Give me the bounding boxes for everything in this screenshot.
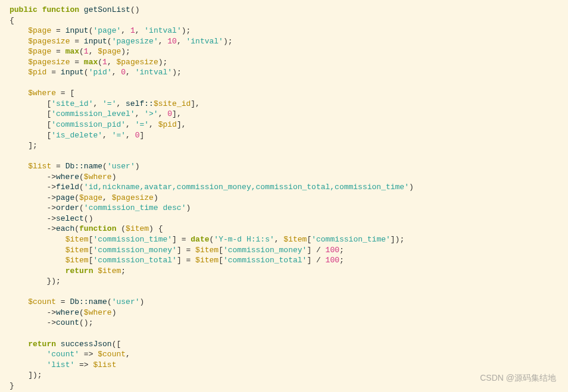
code-block: public function getSonList() { $page = i… — [10, 5, 558, 391]
code-line: ->count(); — [10, 318, 558, 328]
code-line: ->select() — [10, 214, 558, 224]
code-line: $list = Db::name('user') — [10, 161, 558, 172]
code-line: ]; — [10, 140, 558, 151]
code-line: $where = [ — [10, 88, 558, 99]
code-line: { — [10, 15, 558, 26]
code-line: $count = Db::name('user') — [10, 297, 558, 308]
code-line: $item['commission_time'] = date('Y-m-d H… — [10, 234, 558, 245]
code-line: $item['commission_total'] = $item['commi… — [10, 255, 558, 266]
code-line: ->where($where) — [10, 172, 558, 183]
code-line: ->order('commission_time desc') — [10, 203, 558, 214]
code-line: 'list' => $list — [10, 360, 558, 371]
code-line — [10, 287, 558, 297]
code-line — [10, 78, 558, 89]
code-line: ['commission_level', '>', 0], — [10, 109, 558, 120]
code-line: $pagesize = input('pagesize', 10, 'intva… — [10, 36, 558, 47]
code-line — [10, 328, 558, 339]
code-line: return successJson([ — [10, 339, 558, 350]
code-line: ['site_id', '=', self::$site_id], — [10, 99, 558, 109]
code-line: ->each(function ($item) { — [10, 224, 558, 234]
code-line: ]); — [10, 370, 558, 381]
code-line: $page = max(1, $page); — [10, 46, 558, 57]
code-line: ->page($page, $pagesize) — [10, 193, 558, 203]
code-line: $pid = input('pid', 0, 'intval'); — [10, 67, 558, 78]
code-line: $pagesize = max(1, $pagesize); — [10, 57, 558, 68]
code-line: } — [10, 381, 558, 391]
code-line: public function getSonList() — [10, 5, 558, 15]
code-line — [10, 151, 558, 162]
code-line: }); — [10, 276, 558, 287]
code-line: ->where($where) — [10, 308, 558, 318]
code-line: return $item; — [10, 266, 558, 277]
code-line: ->field('id,nickname,avatar,commission_m… — [10, 182, 558, 193]
code-line: ['commission_pid', '=', $pid], — [10, 120, 558, 130]
code-line: $page = input('page', 1, 'intval'); — [10, 26, 558, 36]
code-line: $item['commission_money'] = $item['commi… — [10, 245, 558, 256]
code-line: 'count' => $count, — [10, 349, 558, 360]
code-line: ['is_delete', '=', 0] — [10, 130, 558, 141]
